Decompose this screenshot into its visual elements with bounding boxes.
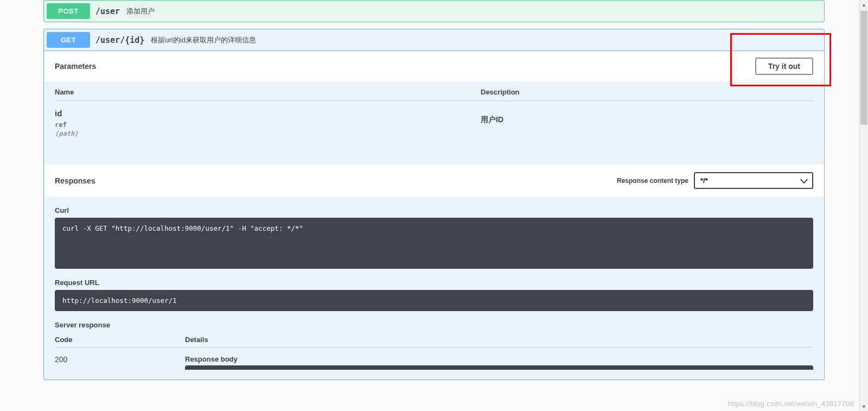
browser-scrollbar[interactable]: ▴ ▾ (859, 0, 868, 391)
resp-code: 200 (55, 355, 185, 370)
method-badge-post: POST (47, 3, 90, 19)
op-post-desc: 添加用户 (126, 7, 155, 16)
op-get-desc: 根据url的id来获取用户的详细信息 (151, 35, 256, 45)
op-post-summary[interactable]: POST /user 添加用户 (43, 0, 825, 22)
content-type-label: Response content type (617, 177, 688, 185)
response-body-block (185, 365, 813, 370)
param-desc: 用户ID (481, 109, 813, 125)
op-post-path: /user (95, 7, 120, 16)
content-type-select[interactable]: */* (694, 172, 813, 189)
scroll-thumb[interactable] (860, 11, 867, 125)
resp-row: 200 Response body (55, 347, 813, 370)
request-url: http://localhost:9000/user/1 (55, 290, 813, 311)
response-body-label: Response body (185, 355, 813, 363)
parameters-heading: Parameters (55, 62, 96, 71)
curl-command: curl -X GET "http://localhost:9000/user/… (55, 218, 813, 269)
parameters-table: Name Description id ref (path) 用户ID (44, 81, 824, 165)
resp-col-code: Code (55, 336, 185, 344)
param-in: (path) (55, 130, 481, 137)
scroll-up-icon[interactable]: ▴ (859, 0, 868, 9)
op-get-path: /user/{id} (95, 35, 144, 45)
responses-header: Responses Response content type */* (44, 165, 824, 197)
param-type: ref (55, 121, 481, 129)
param-col-name: Name (55, 88, 481, 96)
method-badge-get: GET (47, 32, 90, 48)
param-col-desc: Description (481, 88, 813, 96)
op-get-expanded: Parameters Try it out Name Description i… (43, 51, 825, 380)
resp-col-details: Details (185, 336, 813, 344)
server-response-label: Server response (55, 321, 813, 329)
responses-body: Curl curl -X GET "http://localhost:9000/… (44, 197, 824, 380)
op-get-summary[interactable]: GET /user/{id} 根据url的id来获取用户的详细信息 (43, 29, 825, 51)
request-url-label: Request URL (55, 279, 813, 287)
responses-heading: Responses (55, 176, 95, 185)
try-it-out-button[interactable]: Try it out (755, 58, 813, 75)
param-name: id (55, 109, 481, 118)
curl-label: Curl (55, 206, 813, 214)
parameters-header: Parameters Try it out (44, 51, 824, 81)
param-row: id ref (path) 用户ID (55, 101, 813, 137)
